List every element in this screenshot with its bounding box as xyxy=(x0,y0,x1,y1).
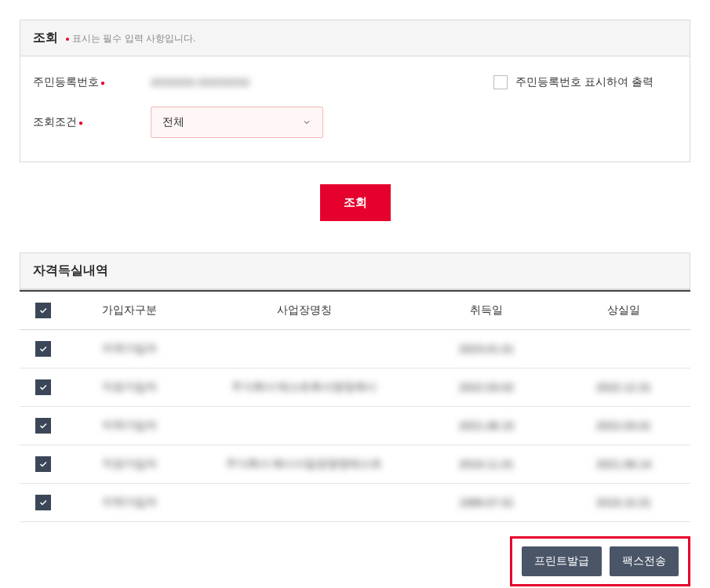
value-condition: 전체 xyxy=(151,107,677,138)
check-icon xyxy=(38,344,48,354)
cell-text: 2023.01.01 xyxy=(459,343,514,355)
table-cell: 주식회사 예시사업장명칭테스트 xyxy=(192,445,416,484)
table-cell: 지역가입자 xyxy=(67,484,192,522)
table-cell: 2022.03.02 xyxy=(416,368,557,407)
condition-select-wrap: 전체 xyxy=(151,107,323,138)
table-cell xyxy=(192,407,416,445)
condition-selected-text: 전체 xyxy=(162,115,184,129)
row-checkbox[interactable] xyxy=(35,379,51,395)
cell-text: 지역가입자 xyxy=(102,342,157,356)
required-mark-icon: ● xyxy=(100,78,105,87)
check-icon xyxy=(38,306,48,315)
cell-text: 직장가입자 xyxy=(102,380,157,394)
result-panel: 자격득실내역 xyxy=(20,252,690,290)
cell-text: 2019.10.31 xyxy=(596,496,651,509)
cell-text: 지역가입자 xyxy=(102,419,157,433)
table-row: 지역가입자1999.07.012019.10.31 xyxy=(20,484,690,522)
query-panel-body: 주민등록번호● XXXXXX-XXXXXXX 주민등록번호 표시하여 출력 조회… xyxy=(20,56,690,162)
table-cell xyxy=(557,330,690,368)
col-header-workplace: 사업장명칭 xyxy=(192,291,416,330)
query-subtitle-text: 표시는 필수 입력 사항입니다. xyxy=(72,33,195,44)
table-row: 지역가입자2023.01.01 xyxy=(20,330,690,368)
check-icon xyxy=(38,459,48,469)
value-rrn: XXXXXX-XXXXXXX 주민등록번호 표시하여 출력 xyxy=(151,75,677,89)
query-panel-title: 조회 xyxy=(33,30,58,46)
cell-text: 2021.08.15 xyxy=(459,419,514,432)
table-cell: 2022.03.01 xyxy=(557,407,690,445)
row-checkbox-cell xyxy=(20,330,67,368)
row-checkbox[interactable] xyxy=(35,418,51,434)
result-panel-title: 자격득실내역 xyxy=(33,263,108,279)
table-row: 직장가입자주식회사 테스트회사명칭예시2022.03.022022.12.31 xyxy=(20,368,690,407)
cell-text: 2022.03.01 xyxy=(596,419,651,432)
row-checkbox[interactable] xyxy=(35,456,51,472)
cell-text: 주식회사 예시사업장명칭테스트 xyxy=(226,457,383,471)
table-cell: 지역가입자 xyxy=(67,330,192,368)
cell-text: 2021.08.14 xyxy=(596,458,651,470)
row-checkbox-cell xyxy=(20,407,67,445)
table-cell xyxy=(192,484,416,522)
query-panel: 조회 표시는 필수 입력 사항입니다. 주민등록번호● XXXXXX-XXXXX… xyxy=(20,20,690,162)
label-rrn: 주민등록번호● xyxy=(33,75,151,89)
cell-text: 지역가입자 xyxy=(102,495,157,510)
print-button[interactable]: 프린트발급 xyxy=(522,546,602,576)
table-cell: 2022.12.31 xyxy=(557,368,690,407)
required-mark-icon: ● xyxy=(78,118,83,127)
table-cell: 2021.08.14 xyxy=(557,445,690,484)
table-cell: 2021.08.15 xyxy=(416,407,557,445)
row-checkbox[interactable] xyxy=(35,341,51,357)
row-checkbox[interactable] xyxy=(35,495,51,510)
label-condition-text: 조회조건 xyxy=(33,115,77,128)
check-icon xyxy=(38,498,48,507)
rrn-show-checkbox[interactable] xyxy=(493,75,508,89)
action-row: 프린트발급 팩스전송 xyxy=(20,536,690,586)
table-cell: 2023.01.01 xyxy=(416,330,557,368)
required-dot-icon xyxy=(66,38,69,41)
chevron-down-icon xyxy=(302,118,311,127)
col-header-checkbox xyxy=(20,291,67,330)
table-cell: 직장가입자 xyxy=(67,445,192,484)
table-cell xyxy=(192,330,416,368)
rrn-value-text: XXXXXX-XXXXXXX xyxy=(151,76,249,89)
rrn-show-checkbox-wrap: 주민등록번호 표시하여 출력 xyxy=(493,75,677,89)
table-cell: 1999.07.01 xyxy=(416,484,557,522)
check-icon xyxy=(38,383,48,392)
label-condition: 조회조건● xyxy=(33,115,151,129)
col-header-membertype: 가입자구분 xyxy=(67,291,192,330)
table-row: 직장가입자주식회사 예시사업장명칭테스트2019.11.012021.08.14 xyxy=(20,445,690,484)
table-cell: 2019.10.31 xyxy=(557,484,690,522)
cell-text: 2022.03.02 xyxy=(459,381,514,394)
cell-text: 주식회사 테스트회사명칭예시 xyxy=(231,380,377,394)
col-header-lossdate: 상실일 xyxy=(557,291,690,330)
select-all-checkbox[interactable] xyxy=(35,303,51,318)
table-cell: 직장가입자 xyxy=(67,368,192,407)
action-highlight-box: 프린트발급 팩스전송 xyxy=(510,536,690,586)
condition-select[interactable]: 전체 xyxy=(151,107,323,138)
cell-text: 2022.12.31 xyxy=(596,381,651,394)
cell-text: 직장가입자 xyxy=(102,457,157,471)
row-condition: 조회조건● 전체 xyxy=(33,107,677,138)
row-checkbox-cell xyxy=(20,368,67,407)
query-panel-header: 조회 표시는 필수 입력 사항입니다. xyxy=(20,20,690,56)
cell-text: 2019.11.01 xyxy=(459,458,514,470)
check-icon xyxy=(38,421,48,430)
row-checkbox-cell xyxy=(20,445,67,484)
query-panel-subtitle: 표시는 필수 입력 사항입니다. xyxy=(66,32,195,45)
col-header-acqdate: 취득일 xyxy=(416,291,557,330)
table-cell: 지역가입자 xyxy=(67,407,192,445)
table-row: 지역가입자2021.08.152022.03.01 xyxy=(20,407,690,445)
rrn-show-checkbox-label: 주민등록번호 표시하여 출력 xyxy=(515,75,654,89)
result-panel-header: 자격득실내역 xyxy=(20,253,690,289)
result-table: 가입자구분 사업장명칭 취득일 상실일 지역가입자2023.01.01직장가입자… xyxy=(20,290,690,522)
table-cell: 주식회사 테스트회사명칭예시 xyxy=(192,368,416,407)
row-rrn: 주민등록번호● XXXXXX-XXXXXXX 주민등록번호 표시하여 출력 xyxy=(33,75,677,89)
table-cell: 2019.11.01 xyxy=(416,445,557,484)
row-checkbox-cell xyxy=(20,484,67,522)
fax-button[interactable]: 팩스전송 xyxy=(610,546,679,576)
cell-text: 1999.07.01 xyxy=(459,496,514,509)
label-rrn-text: 주민등록번호 xyxy=(33,75,99,88)
result-table-header-row: 가입자구분 사업장명칭 취득일 상실일 xyxy=(20,291,690,330)
query-submit-row: 조회 xyxy=(20,184,690,221)
query-submit-button[interactable]: 조회 xyxy=(320,184,391,221)
